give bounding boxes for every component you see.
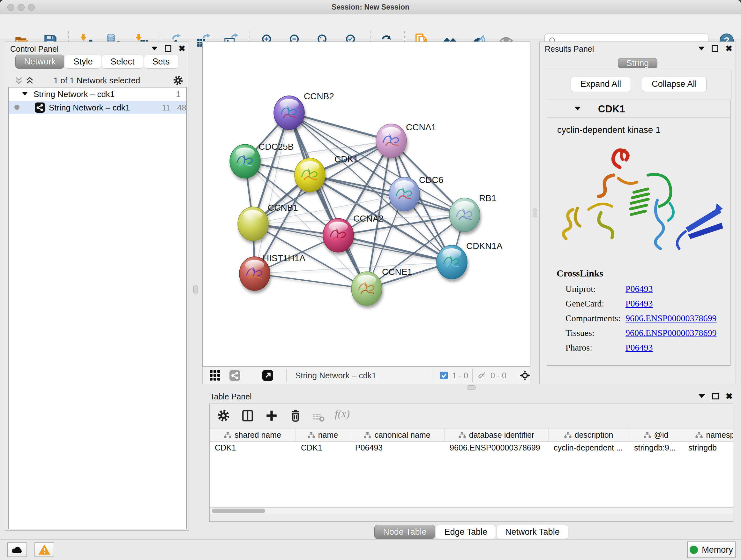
network-node-ccnb2[interactable] — [274, 96, 305, 130]
tab-node-table[interactable]: Node Table — [374, 525, 435, 539]
tab-network-table[interactable]: Network Table — [496, 525, 568, 539]
table-cell[interactable]: 9606.ENSP00000378699 — [445, 442, 549, 454]
panel-menu-icon[interactable] — [698, 47, 704, 51]
network-node-label: CDC6 — [419, 175, 443, 185]
column-type-icon — [564, 432, 571, 438]
results-panel-header: Results Panel ✖ — [540, 42, 736, 55]
control-panel-header: Control Panel ✖ — [5, 42, 189, 55]
column-header-name[interactable]: name — [296, 428, 350, 441]
tab-select[interactable]: Select — [102, 55, 143, 69]
network-node-cdc25b[interactable] — [230, 144, 260, 178]
gear-icon[interactable] — [173, 75, 184, 86]
network-view-canvas[interactable]: CCNB2CCNA1CDC25BCDK1CDC6RB1CCNB1CCNA2CDK… — [202, 42, 530, 367]
node-section-header[interactable]: CDK1 — [547, 100, 730, 118]
network-node-label: RB1 — [479, 193, 496, 203]
column-type-icon — [308, 432, 315, 438]
horizontal-scrollbar[interactable] — [210, 507, 733, 514]
network-node-cdkn1a[interactable] — [436, 245, 467, 279]
crosslink-link[interactable]: P06493 — [625, 299, 653, 309]
network-node-cdc6[interactable] — [389, 177, 420, 211]
column-type-icon — [695, 432, 703, 438]
table-cell[interactable]: cyclin-dependent ... — [549, 442, 629, 454]
float-panel-icon[interactable] — [712, 45, 718, 52]
crosslink-label: Compartments: — [565, 313, 621, 323]
table-cell[interactable]: P06493 — [350, 442, 445, 454]
create-column-icon[interactable] — [265, 409, 278, 422]
network-node-label: HIST1H1A — [263, 253, 306, 263]
crosslink-row: GeneCard:P06493 — [547, 297, 730, 311]
title-bar[interactable]: Session: New Session — [0, 0, 741, 14]
float-panel-icon[interactable] — [712, 393, 719, 399]
expand-all-button[interactable]: Expand All — [570, 77, 631, 92]
table-cell[interactable]: stringdb:9... — [629, 442, 683, 454]
network-node-ccna1[interactable] — [376, 124, 407, 158]
node-details-box: CDK1 cyclin-dependent kinase 1 — [547, 100, 731, 366]
column-header-description[interactable]: description — [549, 428, 629, 441]
table-cell[interactable]: CDK1 — [296, 442, 350, 454]
selected-checkbox-icon[interactable] — [440, 372, 448, 379]
column-header-database-identifier[interactable]: database identifier — [445, 428, 549, 441]
column-header-shared-name[interactable]: shared name — [210, 428, 296, 441]
tab-string[interactable]: String — [618, 58, 658, 68]
column-header-label: shared name — [234, 430, 281, 440]
cloud-button[interactable] — [7, 543, 27, 557]
close-panel-icon[interactable]: ✖ — [725, 45, 732, 52]
hidden-count: 0 - 0 — [490, 371, 507, 380]
fit-selected-crosshair-icon[interactable] — [519, 370, 531, 381]
splitter-grip[interactable] — [193, 285, 198, 294]
node-description: cyclin-dependent kinase 1 — [557, 125, 730, 135]
network-collection-row[interactable]: String Network – cdk1 1 — [9, 87, 186, 101]
column-type-icon — [644, 432, 651, 438]
delete-column-icon[interactable] — [289, 409, 302, 422]
section-expander-icon[interactable] — [575, 107, 581, 111]
panel-menu-icon[interactable] — [698, 394, 705, 398]
column-header-id[interactable]: @id — [629, 428, 683, 441]
network-view-icon[interactable] — [229, 370, 240, 381]
gear-icon[interactable] — [217, 409, 230, 422]
tab-network[interactable]: Network — [15, 55, 64, 69]
tab-sets[interactable]: Sets — [144, 55, 179, 69]
grid-view-icon[interactable] — [210, 370, 220, 381]
network-edge[interactable] — [255, 273, 367, 289]
network-node-label: CCNE1 — [382, 267, 412, 277]
network-tree: String Network – cdk1 1 String Network –… — [8, 87, 187, 529]
table-cell[interactable]: stringdb — [683, 442, 733, 454]
panel-menu-icon[interactable] — [151, 47, 158, 51]
column-header-namespace[interactable]: namespace — [683, 428, 733, 441]
tab-style[interactable]: Style — [65, 55, 101, 69]
splitter-grip[interactable] — [467, 385, 476, 390]
collection-expander-icon[interactable] — [22, 92, 28, 96]
network-row-selected[interactable]: String Network – cdk1 11 48 — [9, 101, 186, 114]
open-in-window-icon[interactable] — [262, 370, 273, 381]
network-edge[interactable] — [338, 235, 452, 262]
crosslink-link[interactable]: P06493 — [625, 343, 653, 353]
crosslink-link[interactable]: 9606.ENSP00000378699 — [625, 313, 717, 323]
warning-button[interactable] — [35, 543, 54, 557]
table-panel-title: Table Panel — [210, 392, 252, 401]
network-node-ccnb1[interactable] — [238, 207, 268, 241]
splitter-grip[interactable] — [533, 208, 537, 217]
crosslink-link[interactable]: P06493 — [625, 284, 653, 294]
crosslink-link[interactable]: 9606.ENSP00000378699 — [625, 328, 717, 338]
close-panel-icon[interactable]: ✖ — [726, 393, 733, 399]
tab-edge-table[interactable]: Edge Table — [435, 525, 496, 539]
cloud-icon — [11, 545, 23, 555]
network-node-ccne1[interactable] — [351, 272, 382, 306]
network-node-rb1[interactable] — [449, 198, 480, 232]
hidden-eye-icon[interactable] — [478, 371, 486, 380]
network-node-cdk1[interactable] — [294, 158, 325, 192]
memory-button[interactable]: Memory — [687, 542, 736, 558]
column-header-label: @id — [654, 430, 669, 440]
table-row[interactable]: CDK1CDK1P064939606.ENSP00000378699cyclin… — [210, 442, 733, 454]
float-panel-icon[interactable] — [165, 45, 172, 52]
close-panel-icon[interactable]: ✖ — [179, 45, 185, 52]
collapse-all-button[interactable]: Collapse All — [642, 77, 706, 92]
select-columns-icon[interactable] — [241, 409, 254, 422]
network-edge[interactable] — [255, 113, 289, 273]
column-header-canonical-name[interactable]: canonical name — [350, 428, 445, 441]
scrollbar-thumb[interactable] — [212, 509, 265, 513]
network-node-label: CDKN1A — [466, 241, 502, 251]
network-node-ccna2[interactable] — [323, 219, 354, 252]
table-cell[interactable]: CDK1 — [210, 442, 296, 454]
network-collection-label: String Network – cdk1 — [33, 89, 115, 99]
